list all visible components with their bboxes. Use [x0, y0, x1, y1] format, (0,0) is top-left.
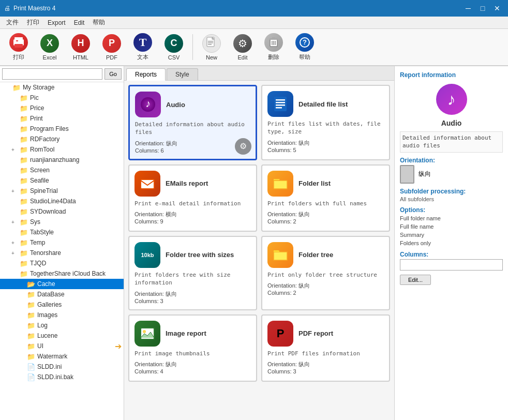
folder-icon: 📁 — [20, 125, 28, 133]
report-card-pdf_report[interactable]: PPDF reportPrint PDF files informationOr… — [261, 314, 390, 382]
toolbar-btn-help[interactable]: ?帮助 — [290, 31, 319, 64]
toolbar-btn-text[interactable]: T文本 — [128, 31, 157, 64]
svg-rect-21 — [276, 99, 285, 101]
maximize-button[interactable]: □ — [476, 3, 489, 13]
report-card-detailed_file_list[interactable]: Detailed file listPrint files list with … — [261, 85, 390, 160]
svg-rect-20 — [274, 97, 287, 111]
tree-item-label: Temp — [30, 239, 45, 246]
svg-text:?: ? — [303, 38, 307, 46]
tree-item-pic[interactable]: 📁 Pic — [0, 93, 124, 103]
tree-item-rdfactory[interactable]: 📁 RDFactory — [0, 134, 124, 144]
tree-item-log[interactable]: 📁 Log — [0, 320, 124, 331]
folder-icon: 📁 — [27, 311, 35, 319]
edit-button[interactable]: Edit... — [400, 275, 431, 285]
report-icon-detailed_file_list — [267, 91, 293, 117]
tree-item-togethershare-icloud-back[interactable]: 📁 TogetherShare iCloud Back — [0, 268, 124, 279]
tree-item-images[interactable]: 📁 Images — [0, 310, 124, 320]
minimize-button[interactable]: ─ — [461, 3, 475, 13]
html-label: HTML — [73, 54, 88, 61]
toolbar-btn-delete[interactable]: 删除 — [259, 31, 288, 64]
app-title: Print Maestro 4 — [13, 5, 55, 12]
toolbar-btn-excel[interactable]: XExcel — [35, 31, 64, 64]
report-info-icon-symbol: ♪ — [447, 90, 456, 109]
help-icon: ? — [295, 33, 314, 52]
tree-item-romtool[interactable]: +📁 RomTool — [0, 144, 124, 155]
tree-item-sys[interactable]: +📁 Sys — [0, 217, 124, 227]
report-meta-detailed_file_list: Orientation: 纵向Columns: 5 — [267, 139, 384, 153]
menu-item-打印[interactable]: 打印 — [23, 17, 43, 28]
menu-item-文件[interactable]: 文件 — [2, 17, 23, 28]
search-input[interactable] — [2, 68, 102, 80]
report-card-header-folder_list: Folder list — [267, 171, 384, 197]
columns-section: Columns: — [400, 251, 503, 271]
svg-rect-9 — [208, 44, 212, 45]
svg-rect-0 — [14, 37, 23, 39]
tree-item-program-files[interactable]: 📁 Program Files — [0, 124, 124, 134]
tree-item-print[interactable]: 📁 Print — [0, 113, 124, 124]
tree-item-sldd.ini.bak[interactable]: 📄 SLDD.ini.bak — [0, 372, 124, 382]
toolbar-btn-csv[interactable]: CCSV — [159, 31, 188, 64]
tree-item-sldd.ini[interactable]: 📄 SLDD.ini — [0, 362, 124, 372]
tree-item-ruanjiananzhuang[interactable]: 📁 ruanjiananzhuang — [0, 155, 124, 165]
text-icon: T — [133, 33, 152, 52]
toolbar-btn-pdf[interactable]: PPDF — [97, 31, 126, 64]
tab-style[interactable]: Style — [167, 68, 198, 80]
tree-item-ui[interactable]: 📁 UI➔ — [0, 341, 124, 351]
folder-icon: 📁 — [20, 270, 28, 278]
close-button[interactable]: ✕ — [490, 3, 504, 13]
report-title-folder_tree_sizes: Folder tree with sizes — [166, 251, 234, 259]
report-card-folder_list[interactable]: Folder listPrint folders with full names… — [261, 164, 390, 232]
tree-item-spinetrial[interactable]: +📁 SpineTrial — [0, 186, 124, 196]
reports-area: ♪AudioDetailed information about audio f… — [124, 81, 394, 420]
report-desc-pdf_report: Print PDF files information — [267, 350, 384, 357]
print-label: 打印 — [13, 53, 24, 61]
svg-rect-25 — [141, 179, 154, 189]
toolbar-btn-html[interactable]: HHTML — [66, 31, 95, 64]
tree-item-galleries[interactable]: 📁 Galleries — [0, 299, 124, 310]
toolbar-btn-edit[interactable]: ⚙Edit — [228, 31, 257, 64]
option-item: Full file name — [400, 223, 503, 230]
report-card-image_report[interactable]: Image reportPrint image thumbnailsOrient… — [128, 314, 257, 382]
tree-item-label: RomTool — [30, 146, 54, 153]
tree-item-tenorshare[interactable]: +📁 Tenorshare — [0, 248, 124, 258]
folder-icon: 📁 — [20, 187, 28, 195]
folder-icon: 📄 — [27, 373, 35, 381]
menu-item-帮助[interactable]: 帮助 — [88, 17, 109, 28]
tab-reports[interactable]: Reports — [126, 68, 166, 81]
columns-input[interactable] — [400, 259, 503, 271]
menubar: 文件打印ExportEdit帮助 — [0, 17, 508, 29]
tree-item-price[interactable]: 📁 Price — [0, 103, 124, 113]
tree-item-screen[interactable]: 📁 Screen — [0, 165, 124, 175]
tree-item-tabstyle[interactable]: 📁 TabStyle — [0, 227, 124, 237]
subfolder-title: Subfolder processing: — [400, 188, 503, 195]
report-card-folder_tree_sizes[interactable]: 10kbFolder tree with sizesPrint folders … — [128, 236, 257, 310]
tree-item-temp[interactable]: +📁 Temp — [0, 237, 124, 248]
settings-overlay[interactable]: ⚙ — [235, 138, 251, 155]
folder-icon: 📁 — [20, 218, 28, 226]
tree-item-my-storage[interactable]: 📁 My Storage — [0, 82, 124, 93]
toolbar-btn-print[interactable]: 打印 — [4, 31, 33, 64]
folder-icon: 📁 — [20, 198, 28, 205]
tree-item-studioline4data[interactable]: 📁 StudioLine4Data — [0, 196, 124, 206]
folder-icon: 📁 — [27, 342, 35, 350]
report-meta-emails_report: Orientation: 横向Columns: 9 — [135, 211, 251, 224]
tree-item-cache[interactable]: 📂 Cache — [0, 279, 124, 289]
menu-item-Export[interactable]: Export — [43, 18, 70, 27]
go-button[interactable]: Go — [104, 68, 122, 80]
toolbar-btn-new[interactable]: New — [197, 31, 226, 64]
report-icon-folder_tree — [267, 242, 293, 268]
tree-item-database[interactable]: 📁 DataBase — [0, 289, 124, 299]
tree-item-label: Watermark — [37, 353, 67, 360]
tree-item-watermark[interactable]: 📁 Watermark — [0, 351, 124, 362]
report-card-audio[interactable]: ♪AudioDetailed information about audio f… — [128, 85, 257, 160]
report-card-folder_tree[interactable]: Folder treePrint only folder tree struct… — [261, 236, 390, 310]
tree-item-label: Print — [30, 115, 43, 122]
report-card-emails_report[interactable]: EMails reportPrint e-mail detail informa… — [128, 164, 257, 232]
tree-item-tjqd[interactable]: 📁 TJQD — [0, 258, 124, 268]
tree-item-lucene[interactable]: 📁 Lucene — [0, 331, 124, 341]
menu-item-Edit[interactable]: Edit — [70, 18, 89, 27]
report-desc-folder_list: Print folders with full names — [267, 200, 384, 207]
tree-item-label: TogetherShare iCloud Back — [30, 270, 106, 277]
tree-item-seafile[interactable]: 📁 Seafile — [0, 175, 124, 186]
tree-item-sydownload[interactable]: 📁 SYDownload — [0, 206, 124, 217]
